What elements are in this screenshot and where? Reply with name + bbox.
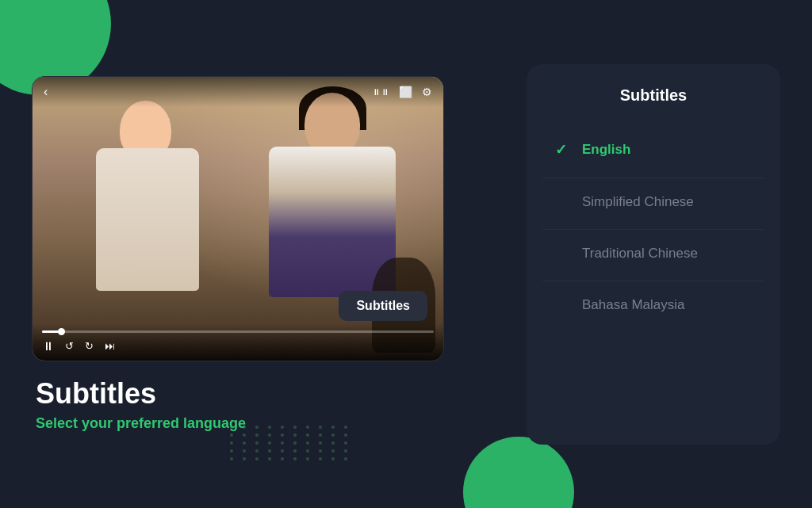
dot [293,457,297,460]
dot [281,434,284,437]
dot [281,457,284,460]
dot [319,449,322,453]
skip-button[interactable]: ⏭ [105,340,115,352]
dot [293,426,297,429]
player-top-bar: ‹ ⏸⏸ ⬜ ⚙ [33,77,443,107]
divider-3 [542,281,764,281]
dot [255,449,259,453]
dot [344,434,347,437]
left-section: ‹ ⏸⏸ ⬜ ⚙ [32,76,495,432]
subtitle-option-english[interactable]: ✓ English [542,127,764,173]
english-label: English [582,142,630,158]
settings-icon[interactable]: ⚙ [422,86,432,98]
dot [306,441,309,445]
player-bottom-bar: ⏸ ↺ ↻ ⏭ [33,324,443,361]
dot [293,449,297,453]
simplified-chinese-label: Simplified Chinese [582,194,694,210]
dot [281,449,284,453]
dot [331,449,335,453]
progress-dot [58,328,65,335]
dot [306,434,309,437]
dot [243,426,246,429]
dot [331,441,335,445]
dot [268,449,271,453]
dot [344,449,347,453]
cast-icon[interactable]: ⏸⏸ [372,87,389,97]
dot [268,441,271,445]
dot [306,426,309,429]
dot [230,434,233,437]
dot [243,434,246,437]
dot [281,441,284,445]
divider-1 [542,178,764,178]
bottom-text-section: Subtitles Select your preferred language [32,377,495,432]
dot [319,457,322,460]
dot [230,426,233,429]
dot [268,434,271,437]
progress-fill [42,330,62,333]
dot [331,434,335,437]
dot [306,457,309,460]
dot [255,426,259,429]
dot [230,457,233,460]
panel-title: Subtitles [542,86,764,105]
dot [243,449,246,453]
screen-icon[interactable]: ⬜ [399,86,412,98]
dot [255,457,259,460]
dot [293,441,297,445]
female-body [96,148,199,291]
dot [243,441,246,445]
dot [268,426,271,429]
subtitles-overlay-button[interactable]: Subtitles [339,291,427,321]
dot [306,449,309,453]
player-top-icons: ⏸⏸ ⬜ ⚙ [372,86,432,98]
dot [293,434,297,437]
subtitle-option-bahasa-malaysia[interactable]: Bahasa Malaysia [542,283,764,327]
subtitle-option-traditional-chinese[interactable]: Traditional Chinese [542,231,764,276]
dot [255,434,259,437]
dot [319,426,322,429]
page-title: Subtitles [36,377,491,411]
dot [344,441,347,445]
back-button[interactable]: ‹ [44,85,48,99]
traditional-chinese-label: Traditional Chinese [582,246,698,262]
video-player: ‹ ⏸⏸ ⬜ ⚙ [32,76,444,361]
dot-grid-decoration [230,426,352,460]
dot [230,449,233,453]
check-icon: ✓ [555,141,571,159]
play-pause-button[interactable]: ⏸ [42,339,54,353]
dot [331,426,335,429]
main-layout: ‹ ⏸⏸ ⬜ ⚙ [0,0,812,508]
player-controls: ⏸ ↺ ↻ ⏭ [42,339,434,353]
dot [230,441,233,445]
dot [281,426,284,429]
divider-2 [542,229,764,230]
dot [344,426,347,429]
dot [319,441,322,445]
progress-bar[interactable] [42,330,434,333]
subtitle-panel: Subtitles ✓ English Simplified Chinese T… [527,64,780,445]
dot [344,457,347,460]
forward-button[interactable]: ↻ [85,340,94,352]
dot [255,441,259,445]
dot [319,434,322,437]
dot [243,457,246,460]
subtitle-option-simplified-chinese[interactable]: Simplified Chinese [542,180,764,224]
female-figure [80,101,223,315]
bahasa-malaysia-label: Bahasa Malaysia [582,297,684,313]
rewind-button[interactable]: ↺ [65,340,74,352]
dot [331,457,335,460]
dot [268,457,271,460]
